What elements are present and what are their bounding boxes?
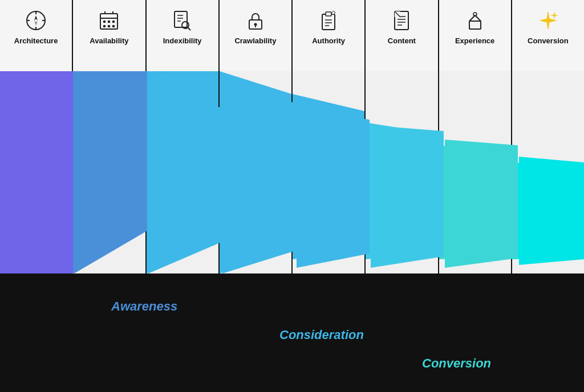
crown-icon bbox=[463, 8, 488, 33]
svg-marker-50 bbox=[366, 122, 437, 259]
column-crawlability: Crawlability bbox=[220, 0, 293, 273]
column-authority: Authority bbox=[293, 0, 366, 273]
column-experience: Experience bbox=[439, 0, 512, 273]
svg-rect-17 bbox=[112, 21, 115, 23]
svg-rect-15 bbox=[103, 21, 106, 23]
column-header-architecture: Architecture bbox=[0, 0, 72, 51]
conversion-stage-label: Conversion bbox=[422, 356, 491, 371]
awareness-label: Awareness bbox=[111, 299, 177, 314]
compass-icon bbox=[23, 8, 48, 33]
crawlability-label: Crawlability bbox=[234, 36, 276, 45]
lock-icon bbox=[243, 8, 268, 33]
authority-label: Authority bbox=[312, 36, 345, 45]
column-header-crawlability: Crawlability bbox=[220, 0, 291, 51]
column-conversion: Conversion bbox=[512, 0, 584, 273]
svg-rect-20 bbox=[112, 25, 115, 27]
svg-rect-37 bbox=[326, 12, 331, 16]
svg-marker-6 bbox=[34, 21, 38, 26]
column-header-conversion: Conversion bbox=[512, 0, 584, 51]
column-content: Content bbox=[366, 0, 439, 273]
svg-rect-51 bbox=[469, 21, 481, 29]
svg-marker-30 bbox=[147, 71, 218, 273]
svg-rect-16 bbox=[108, 21, 110, 23]
svg-rect-19 bbox=[108, 25, 110, 27]
svg-point-32 bbox=[254, 23, 257, 26]
clipboard-icon bbox=[316, 8, 341, 33]
column-indexibility: Indexibility bbox=[147, 0, 220, 273]
content-label: Content bbox=[388, 36, 416, 45]
availability-label: Availability bbox=[90, 36, 128, 45]
funnel-diagram: Architecture bbox=[0, 0, 584, 273]
svg-rect-36 bbox=[322, 14, 335, 30]
svg-marker-42 bbox=[293, 94, 364, 259]
column-header-content: Content bbox=[366, 0, 437, 51]
indexibility-label: Indexibility bbox=[163, 36, 202, 45]
column-architecture: Architecture bbox=[0, 0, 73, 273]
svg-marker-54 bbox=[439, 145, 511, 259]
experience-label: Experience bbox=[455, 36, 494, 45]
column-header-authority: Authority bbox=[293, 0, 364, 51]
column-header-indexibility: Indexibility bbox=[147, 0, 218, 51]
column-header-availability: Availability bbox=[73, 0, 145, 51]
conversion-label: Conversion bbox=[528, 36, 569, 45]
calendar-grid-icon bbox=[96, 8, 121, 33]
column-availability: Availability bbox=[73, 0, 146, 273]
svg-marker-56 bbox=[512, 162, 584, 259]
svg-line-25 bbox=[188, 27, 190, 30]
svg-rect-18 bbox=[103, 25, 106, 27]
svg-rect-23 bbox=[175, 11, 187, 27]
document-icon bbox=[389, 8, 414, 33]
architecture-label: Architecture bbox=[14, 36, 58, 45]
svg-marker-35 bbox=[220, 71, 291, 273]
stages-section: Awareness Consideration Conversion bbox=[0, 273, 584, 392]
sparkle-icon bbox=[536, 8, 561, 33]
svg-marker-5 bbox=[34, 15, 38, 21]
column-header-experience: Experience bbox=[439, 0, 511, 51]
search-doc-icon bbox=[170, 8, 195, 33]
consideration-label: Consideration bbox=[279, 328, 364, 342]
